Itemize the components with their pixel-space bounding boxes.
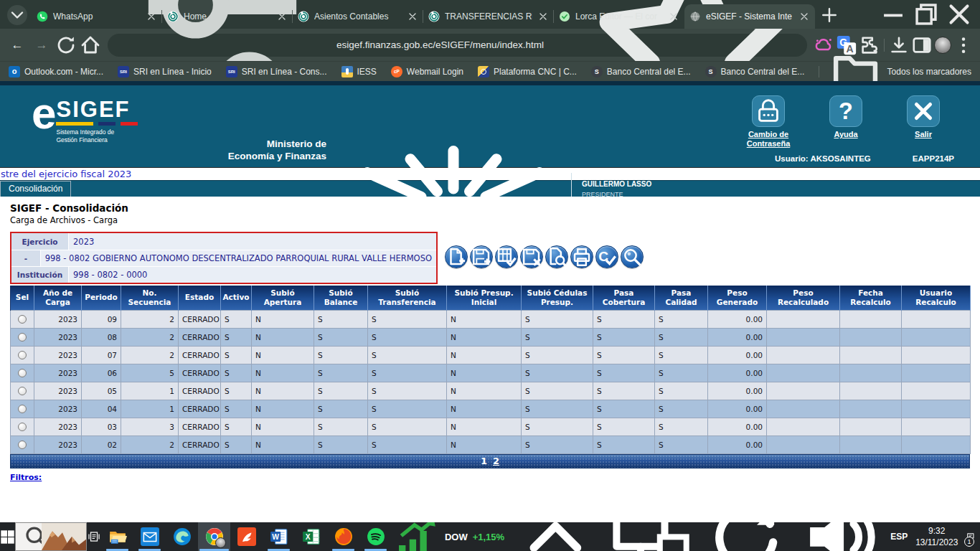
table-cell <box>840 328 902 346</box>
tab-close-icon[interactable] <box>276 11 288 22</box>
table-row: 2023092CERRADOSNSSNSSS0.00 <box>11 310 971 328</box>
row-select-radio[interactable] <box>18 423 27 431</box>
notification-center-button[interactable]: 1 <box>966 522 976 551</box>
tab-close-icon[interactable] <box>146 11 157 22</box>
table-cell: S <box>593 346 655 364</box>
taskbar-search[interactable]: Buscar <box>15 522 87 551</box>
header-action-button[interactable]: ? Ayuda <box>815 95 877 149</box>
tab-search-button[interactable] <box>7 5 27 25</box>
toolbar-button-icon <box>496 246 517 268</box>
clock[interactable]: 9:32 13/11/2023 <box>915 525 958 548</box>
action-toolbar: C <box>445 245 644 268</box>
menu-item-consolidacion[interactable]: Consolidación <box>0 181 71 197</box>
header-actions: Cambio de Contraseña ? Ayuda Salir <box>738 95 954 149</box>
browser-tab[interactable]: Lorca Editor — El cor <box>554 4 684 29</box>
header-action-label: Salir <box>915 130 932 139</box>
tab-close-icon[interactable] <box>407 11 418 22</box>
back-button[interactable]: ← <box>6 34 29 57</box>
table-cell: 0.00 <box>708 346 767 364</box>
tab-favicon <box>428 11 440 22</box>
header-action-button[interactable]: Cambio de Contraseña <box>738 95 799 149</box>
table-row: 2023033CERRADOSNSSNSSS0.00 <box>11 418 971 435</box>
taskbar-app-button[interactable] <box>101 522 133 551</box>
logo-e: e <box>32 95 55 132</box>
bookmark-item[interactable]: Plataforma CNC | C... <box>478 66 577 77</box>
toolbar-button[interactable] <box>520 245 543 268</box>
start-button[interactable] <box>0 522 15 551</box>
taskbar-app-icon <box>141 527 159 546</box>
reload-button[interactable] <box>55 34 77 57</box>
home-button[interactable] <box>79 34 102 57</box>
header-action-button[interactable]: Salir <box>892 95 954 149</box>
taskbar-app-button[interactable] <box>230 522 263 551</box>
close-button[interactable] <box>943 0 976 29</box>
row-select-radio[interactable] <box>18 333 27 342</box>
bookmark-item[interactable]: IESS <box>341 66 377 77</box>
url-text[interactable]: esigef.finanzas.gob.ec/eSIGEF/menu/index… <box>336 39 578 50</box>
minimize-button[interactable] <box>877 0 910 29</box>
row-select-radio[interactable] <box>18 441 27 449</box>
tab-label: eSIGEF - Sistema Inte <box>706 11 793 22</box>
taskbar-app-button[interactable] <box>166 522 198 551</box>
browser-tab[interactable]: Home <box>162 4 293 29</box>
page-link[interactable]: 1 <box>481 456 487 466</box>
browser-tab[interactable]: eSIGEF - Sistema Inte <box>684 4 815 29</box>
logo-bars <box>56 122 138 126</box>
taskbar-app-button[interactable] <box>359 522 392 551</box>
browser-tab[interactable]: Asientos Contables <box>293 4 423 29</box>
column-header: Peso Generado <box>708 286 767 310</box>
language-indicator[interactable]: ESP <box>890 532 908 542</box>
page-link[interactable]: 2 <box>493 456 499 466</box>
table-cell <box>767 364 840 382</box>
column-header: Pasa Calidad <box>655 286 708 310</box>
toolbar-button[interactable] <box>570 245 593 268</box>
column-header: Subió Transferencia <box>368 286 447 310</box>
toolbar-button[interactable] <box>545 245 568 268</box>
address-bar[interactable]: esigef.finanzas.gob.ec/eSIGEF/menu/index… <box>108 34 807 57</box>
bookmark-item[interactable]: Webmail Login <box>391 66 463 77</box>
row-select-radio[interactable] <box>18 369 27 377</box>
column-header: Activo <box>221 286 252 310</box>
table-cell: N <box>447 310 522 328</box>
bookmark-item[interactable]: SRI en Línea - Cons... <box>226 66 327 77</box>
bookmark-favicon <box>478 66 489 77</box>
browser-tab[interactable]: WhatsApp <box>32 4 162 29</box>
toolbar-button[interactable]: C <box>595 245 618 268</box>
taskbar-app-button[interactable]: X <box>295 522 327 551</box>
bookmark-item[interactable]: Outlook.com - Micr... <box>9 66 103 77</box>
taskbar-app-button[interactable] <box>133 522 166 551</box>
web-page: e SIGEF Sistema Integrado de Gestión Fin… <box>0 81 980 522</box>
table-cell: 0.00 <box>708 328 767 346</box>
table-cell: S <box>655 382 708 400</box>
tab-label: Lorca Editor — El cor <box>575 11 663 22</box>
tab-close-icon[interactable] <box>668 11 679 22</box>
toolbar-button[interactable] <box>445 245 468 268</box>
bookmark-item[interactable]: Banco Central del E... <box>591 66 691 77</box>
all-bookmarks-label: Todos los marcadores <box>887 67 971 77</box>
new-tab-button[interactable] <box>819 5 839 25</box>
row-select-radio[interactable] <box>18 315 27 324</box>
bookmark-item[interactable]: SRI en Línea - Inicio <box>118 66 212 77</box>
forward-button[interactable]: → <box>30 34 53 57</box>
table-cell: CERRADO <box>179 435 221 453</box>
row-select-radio[interactable] <box>18 387 27 395</box>
task-view-button[interactable] <box>87 522 101 551</box>
tab-close-icon[interactable] <box>537 11 549 22</box>
row-select-radio[interactable] <box>18 405 27 413</box>
toolbar-button[interactable] <box>495 245 518 268</box>
row-select-radio[interactable] <box>18 351 27 359</box>
bookmark-label: IESS <box>357 67 377 77</box>
table-cell <box>902 310 971 328</box>
toolbar-button[interactable] <box>470 245 493 268</box>
taskbar-app-button[interactable] <box>198 522 230 551</box>
taskbar-app-button[interactable] <box>327 522 359 551</box>
table-cell: S <box>368 328 447 346</box>
bookmark-item[interactable]: Banco Central del E... <box>705 66 805 77</box>
browser-tab[interactable]: TRANSFERENCIAS RE <box>423 4 554 29</box>
tab-close-icon[interactable] <box>798 11 810 22</box>
restore-button[interactable] <box>910 0 943 29</box>
table-cell: N <box>252 346 314 364</box>
filters-link[interactable]: Filtros: <box>10 473 42 482</box>
taskbar-app-button[interactable]: W <box>263 522 295 551</box>
toolbar-button[interactable] <box>621 245 644 268</box>
